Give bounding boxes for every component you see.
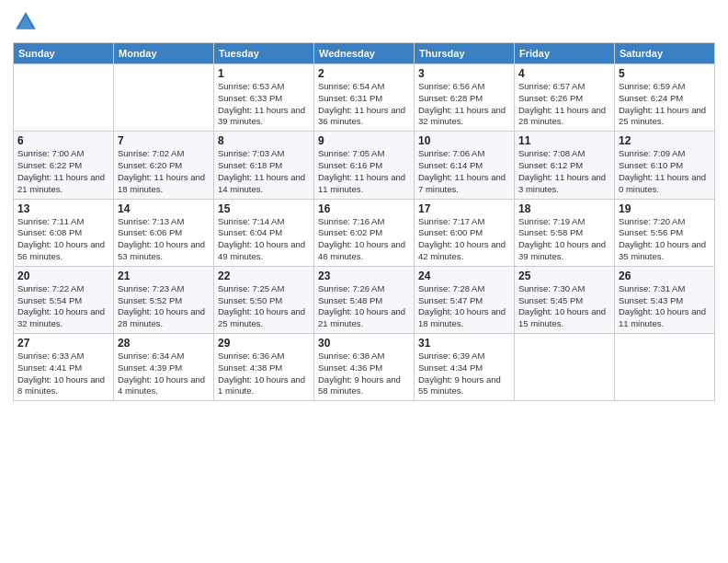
calendar-cell	[114, 64, 214, 132]
day-info: Sunrise: 7:11 AM Sunset: 6:08 PM Dayligh…	[17, 216, 109, 263]
day-info: Sunrise: 7:03 AM Sunset: 6:18 PM Dayligh…	[218, 148, 310, 195]
day-number: 27	[17, 337, 109, 350]
day-number: 1	[218, 67, 310, 80]
logo	[13, 9, 42, 35]
day-info: Sunrise: 6:56 AM Sunset: 6:28 PM Dayligh…	[418, 81, 510, 128]
calendar-cell: 26Sunrise: 7:31 AM Sunset: 5:43 PM Dayli…	[615, 266, 715, 333]
day-info: Sunrise: 7:02 AM Sunset: 6:20 PM Dayligh…	[118, 148, 210, 195]
day-number: 24	[418, 270, 510, 282]
calendar-cell	[14, 64, 114, 132]
header	[13, 9, 715, 35]
day-number: 12	[619, 134, 711, 147]
day-info: Sunrise: 7:22 AM Sunset: 5:54 PM Dayligh…	[17, 283, 109, 330]
day-number: 5	[619, 67, 711, 80]
day-number: 8	[218, 134, 310, 147]
day-info: Sunrise: 7:28 AM Sunset: 5:47 PM Dayligh…	[418, 283, 510, 330]
calendar-cell: 4Sunrise: 6:57 AM Sunset: 6:26 PM Daylig…	[515, 64, 615, 132]
calendar-cell	[615, 334, 715, 401]
day-info: Sunrise: 7:14 AM Sunset: 6:04 PM Dayligh…	[218, 216, 310, 263]
calendar-cell: 22Sunrise: 7:25 AM Sunset: 5:50 PM Dayli…	[214, 266, 314, 333]
calendar-cell: 6Sunrise: 7:00 AM Sunset: 6:22 PM Daylig…	[14, 132, 114, 199]
calendar-cell: 28Sunrise: 6:34 AM Sunset: 4:39 PM Dayli…	[114, 334, 214, 401]
day-number: 26	[619, 270, 711, 282]
calendar-cell: 2Sunrise: 6:54 AM Sunset: 6:31 PM Daylig…	[314, 64, 415, 132]
day-number: 25	[518, 270, 610, 282]
calendar-cell: 8Sunrise: 7:03 AM Sunset: 6:18 PM Daylig…	[214, 132, 314, 199]
week-row-4: 20Sunrise: 7:22 AM Sunset: 5:54 PM Dayli…	[14, 266, 715, 333]
calendar-cell: 25Sunrise: 7:30 AM Sunset: 5:45 PM Dayli…	[515, 266, 615, 333]
calendar-cell: 3Sunrise: 6:56 AM Sunset: 6:28 PM Daylig…	[415, 64, 515, 132]
day-number: 14	[118, 202, 210, 215]
calendar-cell: 11Sunrise: 7:08 AM Sunset: 6:12 PM Dayli…	[515, 132, 615, 199]
day-info: Sunrise: 6:36 AM Sunset: 4:38 PM Dayligh…	[218, 350, 310, 397]
week-row-2: 6Sunrise: 7:00 AM Sunset: 6:22 PM Daylig…	[14, 132, 715, 199]
day-info: Sunrise: 7:25 AM Sunset: 5:50 PM Dayligh…	[218, 283, 310, 330]
calendar-cell: 19Sunrise: 7:20 AM Sunset: 5:56 PM Dayli…	[615, 199, 715, 266]
day-info: Sunrise: 7:06 AM Sunset: 6:14 PM Dayligh…	[418, 148, 510, 195]
weekday-header-tuesday: Tuesday	[214, 43, 314, 64]
day-info: Sunrise: 7:08 AM Sunset: 6:12 PM Dayligh…	[518, 148, 610, 195]
weekday-header-friday: Friday	[515, 43, 615, 64]
calendar-cell: 10Sunrise: 7:06 AM Sunset: 6:14 PM Dayli…	[415, 132, 515, 199]
calendar-cell: 27Sunrise: 6:33 AM Sunset: 4:41 PM Dayli…	[14, 334, 114, 401]
day-info: Sunrise: 7:00 AM Sunset: 6:22 PM Dayligh…	[17, 148, 109, 195]
day-number: 30	[318, 337, 410, 350]
calendar-cell: 9Sunrise: 7:05 AM Sunset: 6:16 PM Daylig…	[314, 132, 415, 199]
day-number: 6	[17, 134, 109, 147]
calendar-cell: 31Sunrise: 6:39 AM Sunset: 4:34 PM Dayli…	[415, 334, 515, 401]
day-number: 18	[518, 202, 610, 215]
day-number: 10	[418, 134, 510, 147]
calendar-cell	[515, 334, 615, 401]
calendar-cell: 30Sunrise: 6:38 AM Sunset: 4:36 PM Dayli…	[314, 334, 415, 401]
day-number: 28	[118, 337, 210, 350]
logo-icon	[13, 9, 39, 35]
calendar-cell: 12Sunrise: 7:09 AM Sunset: 6:10 PM Dayli…	[615, 132, 715, 199]
weekday-header-wednesday: Wednesday	[314, 43, 415, 64]
calendar-cell: 16Sunrise: 7:16 AM Sunset: 6:02 PM Dayli…	[314, 199, 415, 266]
day-number: 29	[218, 337, 310, 350]
weekday-header-monday: Monday	[114, 43, 214, 64]
day-number: 11	[518, 134, 610, 147]
calendar-cell: 23Sunrise: 7:26 AM Sunset: 5:48 PM Dayli…	[314, 266, 415, 333]
day-info: Sunrise: 7:05 AM Sunset: 6:16 PM Dayligh…	[318, 148, 410, 195]
week-row-3: 13Sunrise: 7:11 AM Sunset: 6:08 PM Dayli…	[14, 199, 715, 266]
calendar-cell: 7Sunrise: 7:02 AM Sunset: 6:20 PM Daylig…	[114, 132, 214, 199]
day-info: Sunrise: 7:30 AM Sunset: 5:45 PM Dayligh…	[518, 283, 610, 330]
day-number: 20	[17, 270, 109, 282]
day-number: 23	[318, 270, 410, 282]
day-info: Sunrise: 6:39 AM Sunset: 4:34 PM Dayligh…	[418, 350, 510, 397]
calendar-cell: 17Sunrise: 7:17 AM Sunset: 6:00 PM Dayli…	[415, 199, 515, 266]
day-number: 19	[619, 202, 711, 215]
calendar-cell: 5Sunrise: 6:59 AM Sunset: 6:24 PM Daylig…	[615, 64, 715, 132]
calendar-cell: 1Sunrise: 6:53 AM Sunset: 6:33 PM Daylig…	[214, 64, 314, 132]
day-info: Sunrise: 6:33 AM Sunset: 4:41 PM Dayligh…	[17, 350, 109, 397]
calendar-cell: 18Sunrise: 7:19 AM Sunset: 5:58 PM Dayli…	[515, 199, 615, 266]
day-info: Sunrise: 7:17 AM Sunset: 6:00 PM Dayligh…	[418, 216, 510, 263]
calendar-cell: 14Sunrise: 7:13 AM Sunset: 6:06 PM Dayli…	[114, 199, 214, 266]
calendar-cell: 24Sunrise: 7:28 AM Sunset: 5:47 PM Dayli…	[415, 266, 515, 333]
day-info: Sunrise: 6:59 AM Sunset: 6:24 PM Dayligh…	[619, 81, 711, 128]
day-number: 15	[218, 202, 310, 215]
week-row-1: 1Sunrise: 6:53 AM Sunset: 6:33 PM Daylig…	[14, 64, 715, 132]
day-info: Sunrise: 7:13 AM Sunset: 6:06 PM Dayligh…	[118, 216, 210, 263]
day-number: 21	[118, 270, 210, 282]
week-row-5: 27Sunrise: 6:33 AM Sunset: 4:41 PM Dayli…	[14, 334, 715, 401]
day-info: Sunrise: 6:54 AM Sunset: 6:31 PM Dayligh…	[318, 81, 410, 128]
calendar-cell: 29Sunrise: 6:36 AM Sunset: 4:38 PM Dayli…	[214, 334, 314, 401]
day-number: 31	[418, 337, 510, 350]
day-info: Sunrise: 7:23 AM Sunset: 5:52 PM Dayligh…	[118, 283, 210, 330]
weekday-header-row: SundayMondayTuesdayWednesdayThursdayFrid…	[14, 43, 715, 64]
day-info: Sunrise: 6:53 AM Sunset: 6:33 PM Dayligh…	[218, 81, 310, 128]
weekday-header-saturday: Saturday	[615, 43, 715, 64]
day-info: Sunrise: 7:20 AM Sunset: 5:56 PM Dayligh…	[619, 216, 711, 263]
calendar-cell: 13Sunrise: 7:11 AM Sunset: 6:08 PM Dayli…	[14, 199, 114, 266]
day-info: Sunrise: 7:09 AM Sunset: 6:10 PM Dayligh…	[619, 148, 711, 195]
weekday-header-sunday: Sunday	[14, 43, 114, 64]
day-info: Sunrise: 7:26 AM Sunset: 5:48 PM Dayligh…	[318, 283, 410, 330]
day-number: 9	[318, 134, 410, 147]
day-info: Sunrise: 6:34 AM Sunset: 4:39 PM Dayligh…	[118, 350, 210, 397]
day-number: 3	[418, 67, 510, 80]
calendar: SundayMondayTuesdayWednesdayThursdayFrid…	[13, 42, 715, 401]
day-number: 17	[418, 202, 510, 215]
day-info: Sunrise: 7:19 AM Sunset: 5:58 PM Dayligh…	[518, 216, 610, 263]
